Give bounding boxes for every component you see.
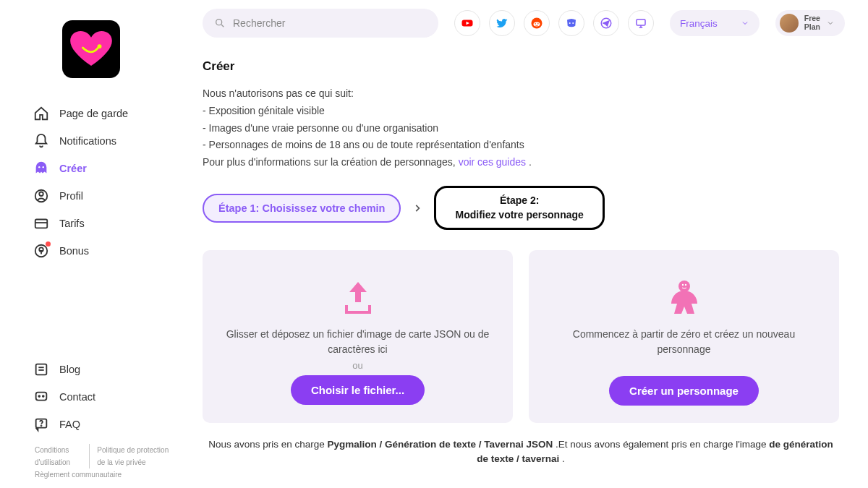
nav-home[interactable]: Page de garde	[33, 100, 179, 127]
svg-point-0	[98, 44, 102, 48]
upload-desc: Glisser et déposez un fichier d'image de…	[220, 327, 495, 357]
svg-point-15	[41, 425, 42, 426]
rule-item: - Images d'une vraie personne ou d'une o…	[203, 120, 839, 137]
svg-rect-11	[36, 393, 47, 401]
svg-point-2	[43, 166, 44, 168]
ghost-icon	[33, 160, 49, 176]
person-icon	[546, 275, 822, 321]
content: Créer Nous n'autorisons pas ce qui suit:…	[182, 46, 868, 467]
svg-point-12	[38, 395, 40, 397]
svg-line-17	[221, 25, 224, 27]
nav-primary: Page de garde Notifications Créer Profil…	[0, 100, 182, 265]
footer-links: Conditions d'utilisation Politique de pr…	[0, 438, 182, 481]
discord-link[interactable]	[558, 10, 584, 36]
chevron-down-icon	[826, 19, 835, 27]
svg-point-31	[684, 284, 686, 286]
nav-create[interactable]: Créer	[33, 155, 179, 182]
nav-label: Blog	[59, 364, 80, 375]
search-icon	[214, 17, 226, 29]
svg-point-30	[681, 284, 683, 286]
youtube-link[interactable]	[454, 10, 480, 36]
topbar: Français Free Plan	[182, 0, 868, 46]
profile-icon	[33, 188, 49, 204]
nav-bonus[interactable]: Bonus	[33, 237, 179, 265]
svg-point-24	[572, 22, 574, 24]
page-title: Créer	[203, 59, 839, 74]
plan-selector[interactable]: Free Plan	[775, 10, 845, 36]
nav-label: FAQ	[59, 419, 80, 430]
svg-rect-5	[35, 220, 48, 228]
avatar	[780, 14, 799, 33]
chevron-down-icon	[741, 19, 749, 27]
svg-point-13	[43, 395, 44, 397]
nav-secondary: Blog Contact FAQ	[0, 356, 182, 438]
create-character-button[interactable]: Créer un personnage	[609, 376, 759, 406]
rules-more: Pour plus d'informations sur la création…	[203, 154, 839, 171]
guides-link[interactable]: voir ces guides	[459, 156, 526, 168]
nav-faq[interactable]: FAQ	[33, 411, 179, 438]
bonus-icon	[33, 243, 49, 259]
upload-card[interactable]: Glisser et déposez un fichier d'image de…	[203, 250, 513, 423]
svg-point-1	[38, 166, 40, 168]
nav-pricing[interactable]: Tarifs	[33, 210, 179, 237]
svg-rect-26	[637, 20, 645, 25]
step-1[interactable]: Étape 1: Choisissez votre chemin	[203, 194, 401, 223]
search-input[interactable]	[233, 17, 427, 29]
plan-text: Free Plan	[804, 14, 820, 31]
nav-blog[interactable]: Blog	[33, 356, 179, 383]
svg-point-21	[535, 23, 536, 25]
telegram-link[interactable]	[593, 10, 619, 36]
steps: Étape 1: Choisissez votre chemin Étape 2…	[203, 186, 839, 230]
search-box[interactable]	[203, 9, 438, 38]
svg-point-29	[678, 281, 690, 292]
chevron-right-icon	[412, 203, 422, 213]
nav-label: Créer	[59, 163, 87, 174]
bell-icon	[33, 133, 49, 149]
create-card[interactable]: Commencez à partir de zéro et créez un n…	[529, 250, 839, 423]
chat-icon	[33, 389, 49, 405]
faq-icon	[33, 416, 49, 432]
nav-label: Page de garde	[59, 108, 128, 119]
rule-item: - Personnages de moins de 18 ans ou de t…	[203, 137, 839, 154]
nav-label: Tarifs	[59, 218, 85, 229]
step-2[interactable]: Étape 2: Modifiez votre personnage	[434, 186, 604, 230]
create-desc: Commencez à partir de zéro et créez un n…	[546, 327, 822, 357]
nav-contact[interactable]: Contact	[33, 383, 179, 411]
display-link[interactable]	[628, 10, 654, 36]
rules-intro: Nous n'autorisons pas ce qui suit:	[203, 85, 839, 103]
twitter-link[interactable]	[489, 10, 515, 36]
link-privacy[interactable]: Politique de protection de la vie privée	[89, 444, 175, 468]
nav-label: Notifications	[59, 135, 116, 147]
rule-item: - Exposition génitale visible	[203, 103, 839, 120]
nav-label: Contact	[59, 391, 95, 403]
svg-point-22	[537, 23, 539, 25]
rules: Nous n'autorisons pas ce qui suit: - Exp…	[203, 85, 839, 171]
nav-label: Bonus	[59, 245, 89, 257]
upload-or: ou	[220, 360, 495, 371]
link-community[interactable]: Règlement communautaire	[35, 468, 175, 481]
home-icon	[33, 106, 49, 121]
card-icon	[33, 215, 49, 231]
social-links	[454, 10, 654, 36]
language-selector[interactable]: Français	[670, 10, 760, 36]
blog-icon	[33, 361, 49, 377]
language-label: Français	[680, 18, 718, 29]
main: Français Free Plan Créer Nous n'autoriso…	[182, 0, 868, 488]
choose-file-button[interactable]: Choisir le fichier...	[291, 375, 425, 405]
upload-icon	[220, 275, 495, 321]
svg-point-4	[39, 192, 43, 197]
nav-profile[interactable]: Profil	[33, 182, 179, 210]
sidebar: Page de garde Notifications Créer Profil…	[0, 0, 182, 488]
reddit-link[interactable]	[524, 10, 550, 36]
svg-point-16	[216, 20, 222, 25]
support-text: Nous avons pris en charge Pygmalion / Gé…	[203, 437, 839, 467]
svg-point-23	[569, 22, 571, 24]
link-terms[interactable]: Conditions d'utilisation	[35, 444, 80, 468]
nav-label: Profil	[59, 190, 83, 202]
option-cards: Glisser et déposez un fichier d'image de…	[203, 250, 839, 423]
nav-notifications[interactable]: Notifications	[33, 127, 179, 155]
app-logo[interactable]	[62, 20, 120, 78]
